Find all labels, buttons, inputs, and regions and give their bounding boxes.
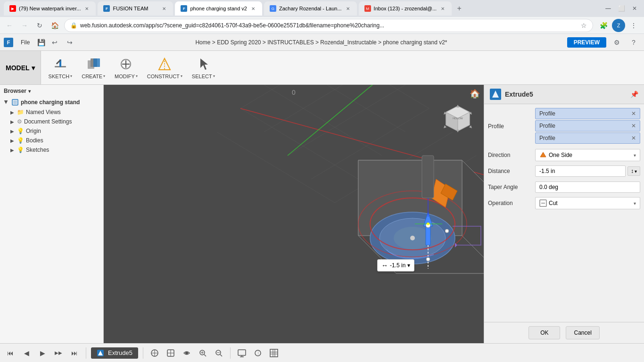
new-tab-button[interactable]: + [454, 3, 465, 14]
tree-item-origin[interactable]: ▶ 💡 Origin [0, 126, 103, 136]
tab-label-fusion-app: phone charging stand v2 [190, 6, 247, 11]
pan-tool[interactable] [148, 346, 161, 360]
cube-navigator[interactable]: HOLLOW [441, 104, 474, 137]
profile-item-2[interactable]: Profile ✕ [535, 120, 640, 132]
bottom-separator-1 [86, 347, 86, 359]
address-bar[interactable]: 🔒 web.fusion.autodesk.com/app/sc/?scene_… [64, 19, 593, 32]
svg-point-53 [426, 257, 430, 261]
profile-item-3[interactable]: Profile ✕ [535, 132, 640, 144]
undo-button[interactable]: ↩ [49, 37, 60, 48]
tab-close-gmail[interactable]: ✕ [439, 5, 446, 12]
tree-item-doc-settings[interactable]: ▶ ⚙ Document Settings [0, 117, 103, 126]
close-button[interactable]: ✕ [629, 3, 640, 14]
svg-point-52 [445, 229, 449, 233]
tree-item-bodies[interactable]: ▶ 💡 Bodies [0, 136, 103, 145]
tree-item-named-views[interactable]: ▶ 📁 Named Views [0, 107, 103, 117]
tab-favicon-youtube: ▶ [9, 5, 16, 12]
direction-icon [539, 151, 547, 159]
next-frame-button[interactable]: ▶▶ [52, 346, 65, 360]
zoom-out-tool[interactable] [212, 346, 225, 360]
svg-rect-5 [93, 58, 100, 67]
direction-select[interactable]: One Side ▾ [535, 149, 640, 161]
extrude-bottom-icon [97, 349, 104, 357]
last-frame-button[interactable]: ⏭ [68, 346, 81, 360]
distance-field-row: Distance -1.5 in ↕ ▾ [488, 165, 640, 178]
browser-header[interactable]: Browser ▾ [0, 85, 103, 97]
ok-button[interactable]: OK [528, 326, 560, 339]
file-menu[interactable]: File [17, 37, 33, 48]
display-tool[interactable] [235, 346, 248, 360]
tab-close-fusion-app[interactable]: ✕ [250, 5, 256, 12]
first-frame-button[interactable]: ⏮ [4, 346, 17, 360]
operation-icon [539, 199, 547, 207]
chrome-menu-button[interactable]: ⋮ [627, 19, 640, 32]
profile-item-1-close[interactable]: ✕ [631, 110, 636, 117]
tree-arrow-named-views: ▶ [9, 109, 15, 115]
tab-close-zachary[interactable]: ✕ [345, 5, 351, 12]
redo-button[interactable]: ↪ [64, 37, 75, 48]
distance-dropdown-arrow[interactable]: ▾ [407, 262, 410, 269]
zoom-in-tool[interactable] [196, 346, 209, 360]
preview-button[interactable]: PREVIEW [567, 37, 606, 48]
forward-button[interactable]: → [19, 20, 30, 31]
reload-button[interactable]: ↻ [34, 20, 45, 31]
tab-youtube[interactable]: ▶ (79) New waterpark inver... ✕ [4, 1, 96, 16]
ribbon-group-modify[interactable]: MODIFY ▾ [111, 55, 141, 81]
cancel-button[interactable]: Cancel [566, 326, 599, 339]
profile-item-1[interactable]: Profile ✕ [535, 108, 640, 119]
ribbon-group-sketch[interactable]: SKETCH ▾ [45, 55, 76, 81]
grid-tool[interactable] [267, 346, 281, 360]
viewport[interactable]: 0 🏠 HOLLOW ↔ [104, 85, 484, 343]
bookmark-icon[interactable]: ☆ [581, 22, 587, 29]
ribbon-group-construct[interactable]: CONSTRUCT ▾ [143, 55, 186, 81]
tab-close-youtube[interactable]: ✕ [83, 5, 90, 12]
help-icon[interactable]: ? [627, 36, 640, 49]
construct-icon [157, 57, 172, 72]
look-tool[interactable] [180, 346, 193, 360]
tab-fusion-team[interactable]: F FUSION TEAM ✕ [98, 1, 173, 16]
extrude-title-row: Extrude5 [490, 89, 533, 100]
svg-marker-65 [456, 130, 459, 132]
tab-zachary[interactable]: G Zachary Rozendal - Laun... ✕ [264, 1, 357, 16]
profile-button[interactable]: Z [612, 19, 625, 32]
pin-icon[interactable]: 📌 [630, 90, 638, 98]
save-icon[interactable]: 💾 [37, 39, 45, 46]
model-label: MODEL [6, 64, 30, 72]
orbit-tool[interactable] [164, 346, 177, 360]
distance-tooltip[interactable]: ↔ -1.5 in ▾ [377, 259, 414, 272]
tree-arrow-bodies: ▶ [9, 138, 15, 143]
taper-field[interactable]: 0.0 deg [535, 181, 640, 193]
ribbon-group-select[interactable]: SELECT ▾ [188, 55, 219, 81]
tree-item-root[interactable]: ▶ phone charging stand [0, 97, 103, 107]
distance-field[interactable]: -1.5 in [535, 165, 626, 177]
tab-fusion-app[interactable]: F phone charging stand v2 ✕ [175, 1, 262, 16]
extrude-panel-icon [490, 89, 501, 100]
tab-close-fusion-team[interactable]: ✕ [161, 5, 167, 12]
tree-label-named-views: Named Views [26, 109, 61, 115]
lightbulb-icon-origin: 💡 [17, 128, 24, 134]
play-button[interactable]: ▶ [36, 346, 49, 360]
back-button[interactable]: ← [4, 20, 15, 31]
extrude-panel-title: Extrude5 [505, 90, 533, 98]
settings-icon[interactable]: ⚙ [610, 36, 623, 49]
operation-select[interactable]: Cut ▾ [535, 197, 640, 209]
tab-gmail[interactable]: M Inbox (123) - zrozendal@... ✕ [359, 1, 452, 16]
home-nav-button[interactable]: 🏠 [49, 20, 60, 31]
profile-item-2-close[interactable]: ✕ [631, 123, 636, 129]
ribbon-group-create[interactable]: CREATE ▾ [78, 55, 109, 81]
tree-item-sketches[interactable]: ▶ 💡 Sketches [0, 145, 103, 155]
visual-tool[interactable] [251, 346, 264, 360]
profile-item-3-close[interactable]: ✕ [631, 135, 636, 141]
app-toolbar-left: F File 💾 ↩ ↪ [4, 37, 75, 48]
extensions-button[interactable]: 🧩 [597, 19, 610, 32]
viewport-home-icon[interactable]: 🏠 [470, 89, 480, 99]
browser-panel: Browser ▾ ▶ phone charging stand ▶ 📁 Nam… [0, 85, 104, 343]
restore-button[interactable]: ⬜ [616, 3, 627, 14]
distance-unit-button[interactable]: ↕ ▾ [627, 166, 640, 176]
model-button[interactable]: MODEL ▾ [0, 51, 41, 84]
modify-icon [118, 57, 133, 72]
prev-frame-button[interactable]: ◀ [20, 346, 33, 360]
select-icon [196, 57, 211, 72]
operation-label: Operation [488, 200, 535, 206]
minimize-button[interactable]: ─ [603, 3, 614, 14]
